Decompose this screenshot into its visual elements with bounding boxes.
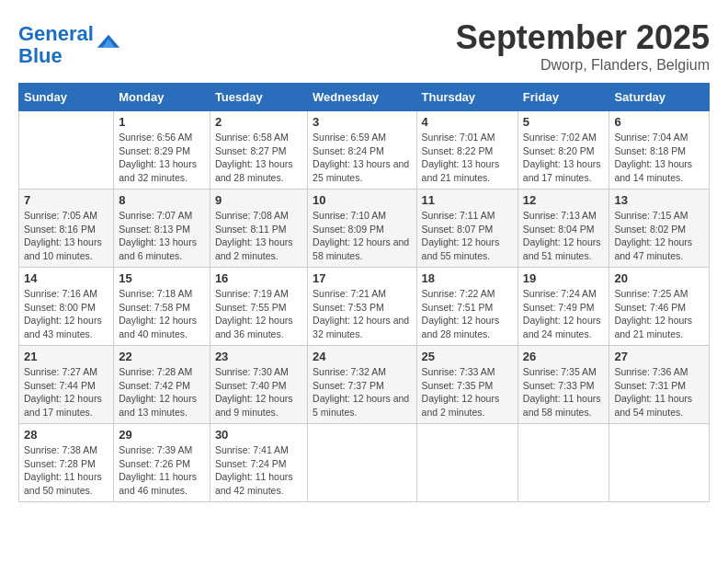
calendar-cell: 14Sunrise: 7:16 AMSunset: 8:00 PMDayligh… [19,268,114,346]
day-info: Sunrise: 7:08 AMSunset: 8:11 PMDaylight:… [215,209,302,263]
calendar-cell: 15Sunrise: 7:18 AMSunset: 7:58 PMDayligh… [114,268,210,346]
day-info: Sunrise: 7:13 AMSunset: 8:04 PMDaylight:… [523,209,605,263]
day-number: 18 [422,271,513,285]
calendar-cell: 2Sunrise: 6:58 AMSunset: 8:27 PMDaylight… [210,111,307,190]
day-number: 14 [24,271,108,285]
day-number: 27 [614,350,704,363]
day-info: Sunrise: 7:22 AMSunset: 7:51 PMDaylight:… [422,287,513,341]
calendar-cell: 5Sunrise: 7:02 AMSunset: 8:20 PMDaylight… [518,111,609,190]
day-info: Sunrise: 7:36 AMSunset: 7:31 PMDaylight:… [614,365,704,419]
weekday-header: Tuesday [210,84,307,111]
calendar-cell: 13Sunrise: 7:15 AMSunset: 8:02 PMDayligh… [609,190,710,268]
weekday-header: Wednesday [308,84,416,111]
day-info: Sunrise: 6:56 AMSunset: 8:29 PMDaylight:… [119,131,205,185]
day-info: Sunrise: 7:35 AMSunset: 7:33 PMDaylight:… [523,365,605,419]
day-number: 8 [119,193,205,207]
logo: GeneralBlue [18,23,121,67]
weekday-header: Thursday [416,84,518,111]
calendar-cell: 11Sunrise: 7:11 AMSunset: 8:07 PMDayligh… [416,190,518,268]
day-info: Sunrise: 7:27 AMSunset: 7:44 PMDaylight:… [24,365,108,419]
day-info: Sunrise: 7:32 AMSunset: 7:37 PMDaylight:… [313,365,411,419]
day-number: 9 [215,193,302,207]
day-info: Sunrise: 7:24 AMSunset: 7:49 PMDaylight:… [523,287,605,341]
day-info: Sunrise: 7:28 AMSunset: 7:42 PMDaylight:… [119,365,205,419]
day-number: 26 [523,350,605,363]
title-block: September 2025 Dworp, Flanders, Belgium [456,18,710,74]
calendar-cell: 30Sunrise: 7:41 AMSunset: 7:24 PMDayligh… [210,424,307,502]
calendar-week-row: 1Sunrise: 6:56 AMSunset: 8:29 PMDaylight… [19,111,710,190]
calendar-cell: 24Sunrise: 7:32 AMSunset: 7:37 PMDayligh… [308,346,416,424]
day-info: Sunrise: 7:16 AMSunset: 8:00 PMDaylight:… [24,287,108,341]
calendar-cell [416,424,518,502]
day-info: Sunrise: 6:59 AMSunset: 8:24 PMDaylight:… [313,131,411,185]
day-number: 2 [215,115,302,129]
day-number: 21 [24,350,108,363]
calendar-header-row: SundayMondayTuesdayWednesdayThursdayFrid… [19,84,710,111]
page-subtitle: Dworp, Flanders, Belgium [456,57,710,74]
calendar-cell: 8Sunrise: 7:07 AMSunset: 8:13 PMDaylight… [114,190,210,268]
day-info: Sunrise: 7:15 AMSunset: 8:02 PMDaylight:… [614,209,704,263]
calendar-cell: 4Sunrise: 7:01 AMSunset: 8:22 PMDaylight… [416,111,518,190]
weekday-header: Friday [518,84,609,111]
calendar-week-row: 21Sunrise: 7:27 AMSunset: 7:44 PMDayligh… [19,346,710,424]
day-info: Sunrise: 7:18 AMSunset: 7:58 PMDaylight:… [119,287,205,341]
day-info: Sunrise: 7:38 AMSunset: 7:28 PMDaylight:… [24,443,108,498]
day-number: 5 [523,115,605,129]
calendar-cell: 1Sunrise: 6:56 AMSunset: 8:29 PMDaylight… [114,111,210,190]
calendar-cell: 7Sunrise: 7:05 AMSunset: 8:16 PMDaylight… [19,190,114,268]
calendar-cell: 21Sunrise: 7:27 AMSunset: 7:44 PMDayligh… [19,346,114,424]
calendar-cell: 19Sunrise: 7:24 AMSunset: 7:49 PMDayligh… [518,268,609,346]
day-number: 15 [119,271,205,285]
day-number: 12 [523,193,605,207]
calendar-cell [308,424,416,502]
day-info: Sunrise: 7:05 AMSunset: 8:16 PMDaylight:… [24,209,108,263]
day-number: 24 [313,350,411,363]
calendar-cell [609,424,710,502]
day-number: 1 [119,115,205,129]
calendar-cell: 20Sunrise: 7:25 AMSunset: 7:46 PMDayligh… [609,268,710,346]
day-number: 28 [24,428,108,442]
day-number: 29 [119,428,205,442]
day-info: Sunrise: 7:10 AMSunset: 8:09 PMDaylight:… [313,209,411,263]
day-number: 30 [215,428,302,442]
calendar-cell: 22Sunrise: 7:28 AMSunset: 7:42 PMDayligh… [114,346,210,424]
day-info: Sunrise: 7:01 AMSunset: 8:22 PMDaylight:… [422,131,513,185]
day-number: 23 [215,350,302,363]
logo-icon [96,30,121,56]
day-number: 19 [523,271,605,285]
day-info: Sunrise: 7:19 AMSunset: 7:55 PMDaylight:… [215,287,302,341]
calendar-week-row: 14Sunrise: 7:16 AMSunset: 8:00 PMDayligh… [19,268,710,346]
calendar-cell: 18Sunrise: 7:22 AMSunset: 7:51 PMDayligh… [416,268,518,346]
calendar-cell [518,424,609,502]
calendar-cell: 26Sunrise: 7:35 AMSunset: 7:33 PMDayligh… [518,346,609,424]
calendar-cell: 16Sunrise: 7:19 AMSunset: 7:55 PMDayligh… [210,268,307,346]
day-info: Sunrise: 7:11 AMSunset: 8:07 PMDaylight:… [422,209,513,263]
calendar-cell [19,111,114,190]
day-number: 17 [313,271,411,285]
day-info: Sunrise: 7:04 AMSunset: 8:18 PMDaylight:… [614,131,704,185]
calendar-week-row: 28Sunrise: 7:38 AMSunset: 7:28 PMDayligh… [19,424,710,502]
day-info: Sunrise: 6:58 AMSunset: 8:27 PMDaylight:… [215,131,302,185]
day-info: Sunrise: 7:30 AMSunset: 7:40 PMDaylight:… [215,365,302,419]
weekday-header: Monday [114,84,210,111]
calendar-cell: 3Sunrise: 6:59 AMSunset: 8:24 PMDaylight… [308,111,416,190]
calendar-cell: 28Sunrise: 7:38 AMSunset: 7:28 PMDayligh… [19,424,114,502]
calendar-cell: 23Sunrise: 7:30 AMSunset: 7:40 PMDayligh… [210,346,307,424]
day-info: Sunrise: 7:39 AMSunset: 7:26 PMDaylight:… [119,443,205,498]
page-header: GeneralBlue September 2025 Dworp, Flande… [18,18,710,74]
calendar-cell: 29Sunrise: 7:39 AMSunset: 7:26 PMDayligh… [114,424,210,502]
weekday-header: Sunday [19,84,114,111]
calendar-cell: 27Sunrise: 7:36 AMSunset: 7:31 PMDayligh… [609,346,710,424]
day-info: Sunrise: 7:02 AMSunset: 8:20 PMDaylight:… [523,131,605,185]
calendar-cell: 6Sunrise: 7:04 AMSunset: 8:18 PMDaylight… [609,111,710,190]
day-info: Sunrise: 7:21 AMSunset: 7:53 PMDaylight:… [313,287,411,341]
page-title: September 2025 [456,18,710,57]
calendar-cell: 9Sunrise: 7:08 AMSunset: 8:11 PMDaylight… [210,190,307,268]
day-number: 20 [614,271,704,285]
day-number: 3 [313,115,411,129]
day-info: Sunrise: 7:25 AMSunset: 7:46 PMDaylight:… [614,287,704,341]
day-info: Sunrise: 7:41 AMSunset: 7:24 PMDaylight:… [215,443,302,498]
day-info: Sunrise: 7:33 AMSunset: 7:35 PMDaylight:… [422,365,513,419]
day-number: 16 [215,271,302,285]
calendar-table: SundayMondayTuesdayWednesdayThursdayFrid… [18,83,710,502]
